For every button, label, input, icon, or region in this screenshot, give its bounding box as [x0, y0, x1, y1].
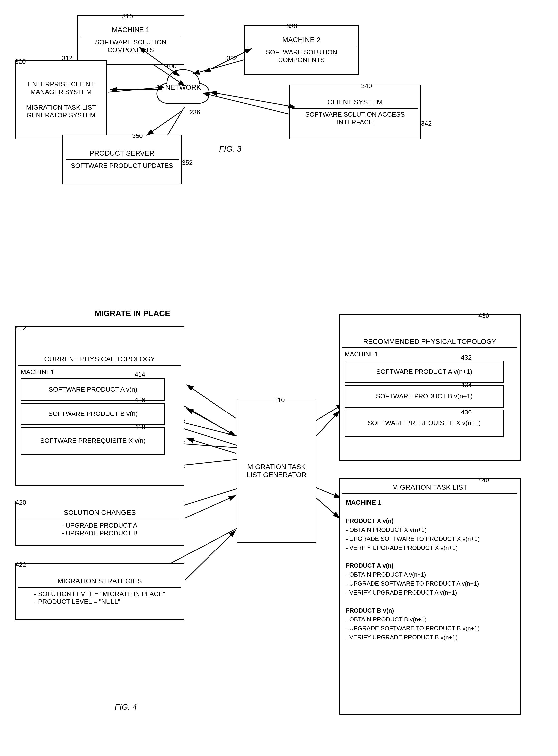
recommended-topology-title: RECOMMENDED PHYSICAL TOPOLOGY	[342, 335, 517, 348]
current-prereq-x-box: SOFTWARE PREREQUISITE X v(n)	[21, 427, 165, 455]
migration-task-list-gen-box: MIGRATION TASK LIST GENERATOR	[237, 399, 316, 543]
svg-line-32	[316, 411, 339, 436]
enterprise-content: ENTERPRISE CLIENT MANAGER SYSTEM MIGRATI…	[18, 78, 104, 121]
svg-line-26	[187, 385, 236, 419]
product-server-ref: 350	[132, 132, 143, 140]
solution-changes-box: SOLUTION CHANGES - UPGRADE PRODUCT A - U…	[15, 501, 184, 546]
migration-strategies-title: MIGRATION STRATEGIES	[18, 575, 181, 588]
solution-changes-body: - UPGRADE PRODUCT A - UPGRADE PRODUCT B	[59, 519, 140, 539]
ref236: 236	[189, 108, 200, 116]
recommended-product-b-ref: 434	[461, 381, 472, 389]
svg-line-29	[184, 406, 235, 436]
current-machine-label: MACHINE1	[21, 368, 179, 376]
machine2-title: MACHINE 2	[247, 34, 355, 46]
ref332: 332	[227, 54, 237, 62]
fig3-label: FIG. 3	[219, 145, 242, 154]
svg-line-28	[187, 438, 236, 453]
migration-strategies-box: MIGRATION STRATEGIES - SOLUTION LEVEL = …	[15, 563, 184, 620]
migration-strategies-ref: 422	[16, 561, 26, 569]
recommended-topology-outer: RECOMMENDED PHYSICAL TOPOLOGY MACHINE1 S…	[339, 314, 521, 461]
recommended-prereq-x-ref: 436	[461, 408, 472, 416]
current-product-b-box: SOFTWARE PRODUCT B v(n)	[21, 403, 165, 425]
svg-line-24	[210, 92, 295, 107]
machine1-title: MACHINE 1	[80, 24, 181, 36]
migration-task-list-title: MIGRATION TASK LIST	[342, 481, 517, 494]
svg-line-11	[177, 458, 247, 466]
client-system-outer: CLIENT SYSTEM SOFTWARE SOLUTION ACCESS I…	[289, 85, 421, 140]
svg-line-31	[185, 531, 235, 580]
recommended-prereq-x-box: SOFTWARE PREREQUISITE X v(n+1)	[345, 409, 504, 437]
svg-line-6	[209, 95, 301, 117]
migration-task-list-gen-label: MIGRATION TASK LIST GENERATOR	[240, 459, 313, 482]
migration-strategies-body: - SOLUTION LEVEL = "MIGRATE IN PLACE" - …	[32, 588, 168, 608]
current-topology-ref: 412	[16, 324, 26, 332]
product-server-ref2: 352	[182, 159, 193, 167]
ref312: 312	[62, 54, 73, 62]
migration-task-list-ref: 440	[478, 476, 489, 484]
current-product-b-ref: 416	[134, 396, 145, 404]
current-prereq-x-ref: 418	[134, 424, 145, 431]
recommended-topology-ref: 430	[478, 312, 489, 320]
network-cloud: NETWORK	[153, 65, 213, 120]
product-server-title: PRODUCT SERVER	[66, 148, 179, 160]
recommended-product-a-ref: 432	[461, 354, 472, 361]
enterprise-ref: 320	[15, 58, 26, 66]
current-product-a-ref: 414	[134, 371, 145, 378]
network-label: NETWORK	[153, 83, 213, 92]
diagram-container: MACHINE 1 SOFTWARE SOLUTION COMPONENTS 3…	[0, 0, 558, 756]
machine2-ref: 330	[286, 22, 297, 30]
recommended-product-b-box: SOFTWARE PRODUCT B v(n+1)	[345, 385, 504, 407]
client-system-ref2: 342	[421, 120, 432, 127]
machine2-content: SOFTWARE SOLUTION COMPONENTS	[247, 46, 355, 66]
product-server-box: PRODUCT SERVER SOFTWARE PRODUCT UPDATES	[62, 134, 182, 184]
recommended-machine-label: MACHINE1	[345, 351, 515, 358]
svg-line-30	[185, 496, 235, 518]
network-ref: 100	[166, 62, 176, 70]
migration-task-list-gen-ref: 110	[274, 396, 285, 404]
enterprise-box: ENTERPRISE CLIENT MANAGER SYSTEM MIGRATI…	[15, 60, 107, 140]
client-system-ref: 340	[361, 82, 372, 90]
migrate-in-place-label: MIGRATE IN PLACE	[95, 309, 170, 318]
recommended-topology-body: MACHINE1 SOFTWARE PRODUCT A v(n+1) SOFTW…	[342, 348, 517, 439]
current-topology-outer: CURRENT PHYSICAL TOPOLOGY MACHINE1 SOFTW…	[15, 326, 184, 486]
current-topology-title: CURRENT PHYSICAL TOPOLOGY	[18, 353, 181, 366]
current-topology-body: MACHINE1 SOFTWARE PRODUCT A v(n) SOFTWAR…	[18, 366, 181, 459]
solution-changes-ref: 420	[16, 499, 26, 506]
client-system-content: SOFTWARE SOLUTION ACCESS INTERFACE	[292, 109, 418, 128]
svg-line-33	[316, 498, 339, 518]
machine1-content: SOFTWARE SOLUTION COMPONENTS	[80, 36, 181, 56]
recommended-product-a-box: SOFTWARE PRODUCT A v(n+1)	[345, 361, 504, 383]
svg-line-9	[177, 421, 247, 438]
machine1-ref: 310	[122, 12, 133, 20]
solution-changes-title: SOLUTION CHANGES	[18, 507, 181, 519]
client-system-title: CLIENT SYSTEM	[292, 96, 418, 109]
machine2-box: MACHINE 2 SOFTWARE SOLUTION COMPONENTS	[244, 25, 359, 75]
machine1-box: MACHINE 1 SOFTWARE SOLUTION COMPONENTS	[77, 15, 184, 65]
fig4-label: FIG. 4	[115, 702, 137, 712]
svg-line-27	[187, 408, 236, 436]
svg-line-10	[177, 444, 247, 448]
product-server-content: SOFTWARE PRODUCT UPDATES	[66, 160, 179, 172]
migration-task-list-body: MACHINE 1 PRODUCT X v(n) - OBTAIN PRODUC…	[342, 494, 483, 646]
migration-task-list-box: MIGRATION TASK LIST MACHINE 1 PRODUCT X …	[339, 478, 521, 715]
